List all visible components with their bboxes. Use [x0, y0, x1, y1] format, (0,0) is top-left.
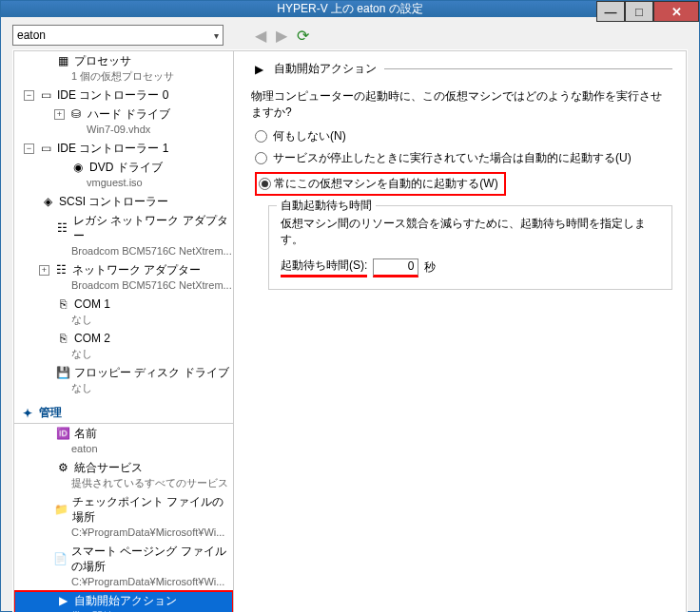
sidebar-item[interactable]: −▭IDE コントローラー 0: [14, 86, 233, 105]
cpu-icon: ▦: [55, 53, 70, 68]
vm-selector-value: eaton: [17, 29, 46, 42]
radio-option[interactable]: 何もしない(N): [255, 128, 672, 144]
nic-icon: ☷: [53, 262, 68, 277]
radio-label: 何もしない(N): [273, 128, 346, 144]
radio-option[interactable]: 常にこの仮想マシンを自動的に起動する(W): [255, 172, 672, 196]
sidebar-item-label: チェックポイント ファイルの場所: [72, 494, 233, 525]
sidebar-item-label: IDE コントローラー 1: [57, 141, 168, 156]
sidebar-item[interactable]: ⚙統合サービス提供されているすべてのサービス: [14, 458, 233, 492]
sidebar-item-sub: Broadcom BCM5716C NetXtrem...: [20, 243, 233, 258]
sidebar-item-label: 自動開始アクション: [74, 593, 177, 608]
sidebar-item[interactable]: 📄スマート ページング ファイルの場所C:¥ProgramData¥Micros…: [14, 542, 233, 591]
management-header: ✦管理: [14, 401, 233, 424]
sidebar-item-sub: Broadcom BCM5716C NetXtrem...: [20, 277, 233, 293]
page-icon: 📄: [53, 551, 68, 566]
expand-icon[interactable]: +: [39, 265, 49, 276]
sidebar-item-sub: eaton: [20, 441, 233, 456]
refresh-icon[interactable]: ⟳: [294, 27, 311, 45]
titlebar: HYPER-V 上の eaton の設定 — □ ✕: [1, 1, 699, 17]
sidebar-item[interactable]: 📁チェックポイント ファイルの場所C:¥ProgramData¥Microsof…: [14, 492, 233, 542]
window-title: HYPER-V 上の eaton の設定: [1, 1, 699, 17]
content-header: ▶ 自動開始アクション: [251, 61, 672, 77]
sidebar-item[interactable]: +☷ネットワーク アダプターBroadcom BCM5716C NetXtrem…: [14, 260, 233, 295]
sidebar-item-label: SCSI コントローラー: [59, 194, 168, 209]
sidebar-item[interactable]: ▶自動開始アクション常に開始: [14, 591, 233, 612]
minimize-button[interactable]: —: [596, 1, 625, 22]
radio-icon: [259, 178, 271, 190]
wait-label: 起動待ち時間(S):: [281, 258, 367, 277]
hdd-icon: ⛁: [68, 106, 84, 122]
sidebar-item-sub: 提供されているすべてのサービス: [20, 475, 233, 490]
group-legend: 自動起動待ち時間: [277, 198, 376, 214]
sidebar-item[interactable]: ◉DVD ドライブvmguest.iso: [14, 158, 233, 192]
sidebar-item[interactable]: 🆔名前eaton: [14, 424, 233, 458]
vm-selector[interactable]: eaton ▾: [12, 25, 224, 46]
highlighted-radio: 常にこの仮想マシンを自動的に起動する(W): [255, 172, 506, 196]
expand-icon[interactable]: −: [24, 90, 34, 101]
nav-buttons: ◀ ▶ ⟳: [252, 27, 311, 45]
wait-row: 起動待ち時間(S): 秒: [281, 258, 660, 277]
svc-icon: ⚙: [55, 460, 70, 475]
wait-input[interactable]: [373, 258, 418, 277]
radio-icon: [255, 152, 267, 164]
sidebar: ▦プロセッサ1 個の仮想プロセッサ−▭IDE コントローラー 0+⛁ハード ドラ…: [13, 50, 234, 612]
chk-icon: 📁: [54, 502, 68, 517]
radio-icon: [255, 130, 267, 143]
sidebar-item-label: ネットワーク アダプター: [72, 262, 201, 277]
sidebar-tree: ▦プロセッサ1 個の仮想プロセッサ−▭IDE コントローラー 0+⛁ハード ドラ…: [14, 51, 233, 612]
close-button[interactable]: ✕: [653, 1, 699, 22]
sidebar-item-sub: なし: [20, 312, 233, 327]
maximize-button[interactable]: □: [625, 1, 653, 22]
autostart-delay-group: 自動起動待ち時間 仮想マシン間のリソース競合を減らすために、起動待ち時間を指定し…: [268, 205, 672, 290]
sidebar-item[interactable]: ☷レガシ ネットワーク アダプターBroadcom BCM5716C NetXt…: [14, 211, 233, 260]
ide-icon: ▭: [38, 87, 53, 103]
sidebar-item-label: COM 2: [74, 331, 110, 346]
sidebar-item[interactable]: 💾フロッピー ディスク ドライブなし: [14, 363, 233, 397]
management-icon: ✦: [20, 406, 35, 421]
expand-icon[interactable]: −: [24, 143, 34, 154]
sidebar-item-label: ハード ドライブ: [88, 106, 170, 122]
sidebar-item-sub: 常に開始: [20, 608, 233, 612]
radio-label: サービスが停止したときに実行されていた場合は自動的に起動する(U): [273, 150, 632, 166]
nav-back-icon[interactable]: ◀: [252, 27, 269, 45]
settings-window: HYPER-V 上の eaton の設定 — □ ✕ eaton ▾ ◀ ▶ ⟳…: [0, 0, 700, 612]
ide-icon: ▭: [38, 141, 53, 156]
sidebar-item-sub: Win7-09.vhdx: [20, 122, 233, 137]
sidebar-item[interactable]: −▭IDE コントローラー 1: [14, 139, 233, 158]
radio-group: 何もしない(N)サービスが停止したときに実行されていた場合は自動的に起動する(U…: [251, 128, 672, 196]
radio-label: 常にこの仮想マシンを自動的に起動する(W): [274, 177, 497, 190]
start-icon: ▶: [55, 593, 70, 608]
sidebar-item[interactable]: +⛁ハード ドライブWin7-09.vhdx: [14, 105, 233, 139]
group-desc: 仮想マシン間のリソース競合を減らすために、起動待ち時間を指定します。: [281, 216, 660, 248]
sidebar-item-label: 名前: [74, 426, 97, 441]
name-icon: 🆔: [55, 426, 70, 441]
com-icon: ⎘: [55, 296, 70, 312]
sidebar-item-sub: C:¥ProgramData¥Microsoft¥Wi...: [20, 574, 233, 589]
sidebar-item-label: スマート ページング ファイルの場所: [71, 544, 233, 574]
com-icon: ⎘: [55, 331, 70, 346]
content-title: 自動開始アクション: [274, 61, 377, 77]
scsi-icon: ◈: [40, 194, 55, 209]
toolbar: eaton ▾ ◀ ▶ ⟳: [1, 17, 699, 49]
header-divider: [384, 68, 672, 69]
sidebar-item[interactable]: ▦プロセッサ1 個の仮想プロセッサ: [14, 51, 233, 86]
sidebar-item[interactable]: ⎘COM 1なし: [14, 295, 233, 329]
sidebar-item-label: 統合サービス: [74, 460, 143, 475]
nav-forward-icon[interactable]: ▶: [273, 27, 290, 45]
sidebar-item-sub: なし: [20, 380, 233, 395]
dropdown-arrow-icon: ▾: [214, 30, 219, 41]
autostart-icon: ▶: [251, 62, 266, 77]
content-question: 物理コンピューターの起動時に、この仮想マシンではどのような動作を実行させますか?: [251, 88, 672, 121]
content-pane: ▶ 自動開始アクション 物理コンピューターの起動時に、この仮想マシンではどのよう…: [234, 50, 687, 612]
sidebar-item-label: レガシ ネットワーク アダプター: [73, 213, 233, 243]
window-buttons: — □ ✕: [596, 1, 699, 22]
sidebar-item-label: フロッピー ディスク ドライブ: [74, 365, 229, 380]
sidebar-item[interactable]: ◈SCSI コントローラー: [14, 192, 233, 211]
sidebar-item-sub: vmguest.iso: [20, 175, 233, 190]
sidebar-item[interactable]: ⎘COM 2なし: [14, 329, 233, 363]
sidebar-item-label: IDE コントローラー 0: [57, 87, 168, 103]
nic-icon: ☷: [55, 220, 69, 236]
expand-icon[interactable]: +: [54, 109, 65, 120]
radio-option[interactable]: サービスが停止したときに実行されていた場合は自動的に起動する(U): [255, 150, 672, 166]
sidebar-item-label: COM 1: [74, 296, 110, 312]
